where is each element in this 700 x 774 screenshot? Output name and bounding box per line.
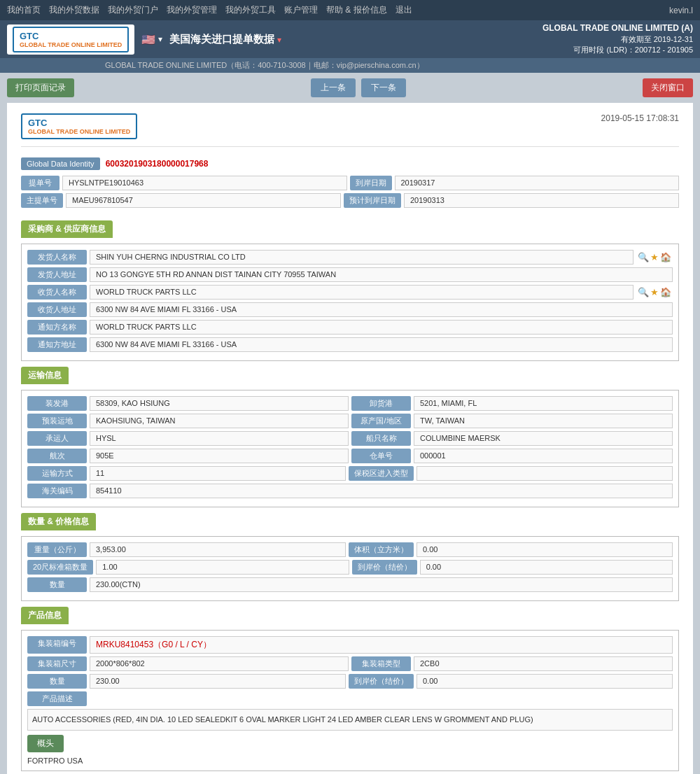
volume-value: 0.00 <box>416 542 673 557</box>
home-icon[interactable]: 🏠 <box>660 252 671 262</box>
shipper-addr-label: 发货人地址 <box>27 267 87 282</box>
nav-links: 我的首页 我的外贸数据 我的外贸门户 我的外贸管理 我的外贸工具 账户管理 帮助… <box>7 4 412 16</box>
quantity-fields: 重量（公斤） 3,953.00 体积（立方米） 0.00 20尺标准箱数量 1.… <box>21 536 679 601</box>
arrive-date-value: 20190317 <box>395 176 680 190</box>
nav-trade-tools[interactable]: 我的外贸工具 <box>225 4 276 16</box>
main-content: GTC GLOBAL TRADE ONLINE LIMITED 2019-05-… <box>0 103 700 774</box>
product-qty-label: 数量 <box>27 674 87 689</box>
hs-code-value: 854110 <box>90 484 673 498</box>
weight-label: 重量（公斤） <box>27 542 87 557</box>
header-right: GLOBAL TRADE ONLINE LIMITED (A) 有效期至 201… <box>542 23 693 55</box>
nav-home[interactable]: 我的首页 <box>7 4 41 16</box>
bill-no-label: 提单号 <box>21 176 59 190</box>
shipper-addr-row: 发货人地址 NO 13 GONGYE 5TH RD ANNAN DIST TAI… <box>27 267 673 282</box>
container20-label: 20尺标准箱数量 <box>27 560 93 575</box>
toolbar-top: 打印页面记录 上一条 下一条 关闭窗口 <box>0 73 700 103</box>
top-nav: 我的首页 我的外贸数据 我的外贸门户 我的外贸管理 我的外贸工具 账户管理 帮助… <box>0 0 700 20</box>
consignee-search-icon[interactable]: 🔍 <box>638 287 649 297</box>
container20-row: 20尺标准箱数量 1.00 到岸价（结价） 0.00 <box>27 560 673 575</box>
consignee-star-icon[interactable]: ★ <box>650 287 659 297</box>
arrive-price-label: 到岸价（结价） <box>352 560 417 575</box>
consignee-name-row: 收货人名称 WORLD TRUCK PARTS LLC 🔍 ★ 🏠 <box>27 285 673 300</box>
consignee-home-icon[interactable]: 🏠 <box>660 287 671 297</box>
identity-row: Global Data Identity 6003201903180000017… <box>21 157 679 170</box>
next-button[interactable]: 下一条 <box>361 78 406 97</box>
planned-date-value: 20190313 <box>404 193 679 208</box>
nav-trade-portal[interactable]: 我的外贸门户 <box>108 4 158 16</box>
logo-text: GTC <box>20 31 122 41</box>
arrive-date-label: 到岸日期 <box>350 176 392 190</box>
container-size-label: 集装箱尺寸 <box>27 656 87 671</box>
toolbar-right: 关闭窗口 <box>643 78 693 97</box>
master-bill-label: 主提单号 <box>21 193 63 208</box>
doc-logo: GTC GLOBAL TRADE ONLINE LIMITED <box>21 113 137 139</box>
container20-value: 1.00 <box>96 560 349 575</box>
carrier-label: 承运人 <box>27 431 87 446</box>
transport-fields: 装发港 58309, KAO HSIUNG 卸货港 5201, MIAMI, F… <box>21 390 679 507</box>
carrier-value: HYSL <box>90 431 349 446</box>
notify-name-row: 通知方名称 WORLD TRUCK PARTS LLC <box>27 320 673 335</box>
company-name: GLOBAL TRADE ONLINE LIMITED (A) <box>542 23 693 33</box>
shipper-name-row: 发货人名称 SHIN YUH CHERNG INDUSTRIAL CO LTD … <box>27 250 673 265</box>
container-type-value: 2CB0 <box>414 656 673 671</box>
nav-logout[interactable]: 退出 <box>396 4 412 16</box>
hs-code-label: 海关编码 <box>27 484 87 498</box>
planned-date-label: 预计到岸日期 <box>344 193 401 208</box>
bill-row: 提单号 HYSLNTPE19010463 到岸日期 20190317 <box>21 176 679 190</box>
header-bar: GTC GLOBAL TRADE ONLINE LIMITED 🇺🇸 ▾ 美国海… <box>0 20 700 58</box>
document-card: GTC GLOBAL TRADE ONLINE LIMITED 2019-05-… <box>7 103 693 774</box>
search-icon[interactable]: 🔍 <box>638 252 649 262</box>
flag-selector[interactable]: 🇺🇸 ▾ <box>141 33 162 46</box>
sub-header: GLOBAL TRADE ONLINE LIMITED（电话：400-710-3… <box>0 58 700 73</box>
transport-mode-label: 运输方式 <box>27 466 87 481</box>
doc-logo-inner: GTC GLOBAL TRADE ONLINE LIMITED <box>21 113 137 139</box>
print-button[interactable]: 打印页面记录 <box>7 78 74 97</box>
shipper-name-value: SHIN YUH CHERNG INDUSTRIAL CO LTD <box>90 250 634 265</box>
notify-addr-value: 6300 NW 84 AVE MIAMI FL 33166 - USA <box>90 337 673 352</box>
product-desc-value: AUTO ACCESSORIES (RED, 4IN DIA. 10 LED S… <box>27 709 673 731</box>
logo-subtext: GLOBAL TRADE ONLINE LIMITED <box>20 41 122 48</box>
nav-account[interactable]: 账户管理 <box>284 4 318 16</box>
consignee-icons: 🔍 ★ 🏠 <box>636 285 673 300</box>
consignee-addr-row: 收货人地址 6300 NW 84 AVE MIAMI FL 33166 - US… <box>27 302 673 317</box>
user-info: kevin.l <box>669 6 693 15</box>
identity-value: 6003201903180000017968 <box>106 159 209 169</box>
supplier-fields: 发货人名称 SHIN YUH CHERNG INDUSTRIAL CO LTD … <box>21 244 679 361</box>
port-row: 装发港 58309, KAO HSIUNG 卸货港 5201, MIAMI, F… <box>27 396 673 411</box>
container-size-row: 集装箱尺寸 2000*806*802 集装箱类型 2CB0 <box>27 656 673 671</box>
qty-label: 数量 <box>27 577 87 592</box>
prev-button[interactable]: 上一条 <box>311 78 356 97</box>
product-arrive-price-value: 0.00 <box>416 674 673 689</box>
close-button[interactable]: 关闭窗口 <box>643 78 693 97</box>
voyage-label: 航次 <box>27 449 87 463</box>
notify-name-label: 通知方名称 <box>27 320 87 335</box>
transport-mode-value: 11 <box>90 466 346 481</box>
bonded-type-value <box>416 466 673 481</box>
load-port-value: 58309, KAO HSIUNG <box>90 396 349 411</box>
container-no-label: 集装箱编号 <box>27 636 87 654</box>
hs-code-row: 海关编码 854110 <box>27 484 673 498</box>
nav-trade-mgmt[interactable]: 我的外贸管理 <box>167 4 217 16</box>
origin-country-value: TW, TAIWAN <box>414 414 673 428</box>
toolbar-left: 打印页面记录 <box>7 78 74 97</box>
nav-help[interactable]: 帮助 & 报价信息 <box>326 4 387 16</box>
master-bill-row: 主提单号 MAEU967810547 预计到岸日期 20190313 <box>21 193 679 208</box>
consignee-addr-label: 收货人地址 <box>27 302 87 317</box>
nav-trade-data[interactable]: 我的外贸数据 <box>49 4 99 16</box>
transport-section-header: 运输信息 <box>21 367 69 384</box>
product-qty-row: 数量 230.00 到岸价（结价） 0.00 <box>27 674 673 689</box>
notify-addr-label: 通知方地址 <box>27 337 87 352</box>
expand-button[interactable]: 概头 <box>27 735 64 752</box>
page-title: 美国海关进口提单数据 ▾ <box>169 33 281 46</box>
flag-dropdown-icon: ▾ <box>158 34 162 44</box>
star-icon[interactable]: ★ <box>650 252 659 262</box>
title-arrow[interactable]: ▾ <box>277 35 281 45</box>
vessel-label: 船只名称 <box>351 431 411 446</box>
origin-place-label: 预装运地 <box>27 414 87 428</box>
notify-name-value: WORLD TRUCK PARTS LLC <box>90 320 673 335</box>
logo-inner: GTC GLOBAL TRADE ONLINE LIMITED <box>13 27 129 52</box>
supplier-section-header: 采购商 & 供应商信息 <box>21 220 113 238</box>
doc-header: GTC GLOBAL TRADE ONLINE LIMITED 2019-05-… <box>21 113 679 147</box>
shipper-icons: 🔍 ★ 🏠 <box>636 250 673 265</box>
doc-datetime: 2019-05-15 17:08:31 <box>601 113 679 123</box>
